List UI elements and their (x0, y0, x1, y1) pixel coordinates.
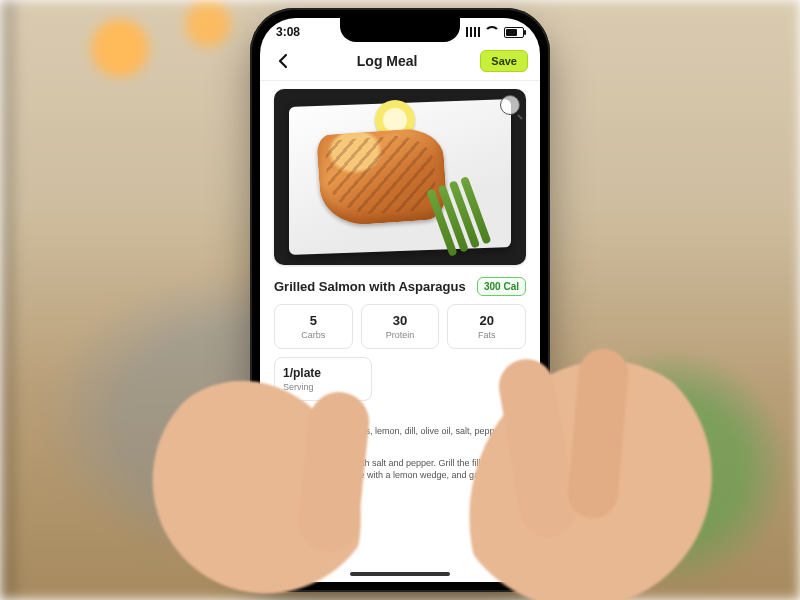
battery-icon (504, 27, 524, 38)
serving-card[interactable]: 1/plate Serving (274, 357, 372, 401)
macro-value: 20 (454, 313, 519, 328)
ingredients-heading: Ingredients (274, 411, 526, 423)
back-button[interactable] (272, 50, 294, 72)
meal-photo[interactable] (274, 89, 526, 265)
save-button[interactable]: Save (480, 50, 528, 72)
macro-protein[interactable]: 30 Protein (361, 304, 440, 349)
ingredients-text: Salmon fillet, asparagus, lemon, dill, o… (274, 425, 526, 437)
chevron-left-icon (277, 53, 289, 69)
macro-carbs[interactable]: 5 Carbs (274, 304, 353, 349)
content-scroll[interactable]: Grilled Salmon with Asparagus 300 Cal 5 … (260, 81, 540, 582)
serving-label: Serving (283, 382, 363, 392)
status-time: 3:08 (276, 25, 300, 39)
page-title: Log Meal (357, 53, 418, 69)
preparation-text: Season the salmon with salt and pepper. … (274, 457, 526, 493)
status-indicators (466, 26, 524, 38)
home-indicator[interactable] (350, 572, 450, 576)
macro-fats[interactable]: 20 Fats (447, 304, 526, 349)
top-bar: Log Meal Save (260, 46, 540, 81)
wifi-icon (484, 26, 500, 38)
phone-frame: 3:08 Log Meal Save (250, 8, 550, 592)
phone-screen: 3:08 Log Meal Save (260, 18, 540, 582)
serving-value: 1/plate (283, 366, 363, 380)
preparation-heading: Preparation (274, 443, 526, 455)
meal-name: Grilled Salmon with Asparagus (274, 279, 466, 294)
macro-label: Fats (454, 330, 519, 340)
zoom-icon[interactable] (500, 95, 520, 115)
cellular-icon (466, 27, 480, 37)
macro-label: Carbs (281, 330, 346, 340)
calories-badge: 300 Cal (477, 277, 526, 296)
macro-value: 5 (281, 313, 346, 328)
macro-value: 30 (368, 313, 433, 328)
salmon-graphic (316, 127, 448, 227)
meal-title-row: Grilled Salmon with Asparagus 300 Cal (274, 277, 526, 296)
macros-row: 5 Carbs 30 Protein 20 Fats (274, 304, 526, 349)
macro-label: Protein (368, 330, 433, 340)
notch (340, 18, 460, 42)
